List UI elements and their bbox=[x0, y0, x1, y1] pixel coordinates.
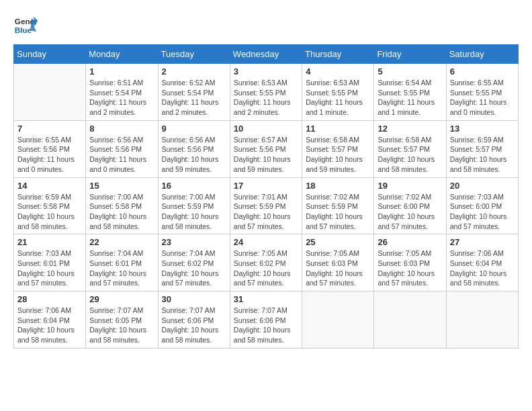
calendar-cell: 22Sunrise: 7:04 AM Sunset: 6:01 PM Dayli… bbox=[86, 234, 158, 291]
calendar-cell: 18Sunrise: 7:02 AM Sunset: 5:59 PM Dayli… bbox=[302, 177, 374, 234]
calendar-cell: 21Sunrise: 7:03 AM Sunset: 6:01 PM Dayli… bbox=[14, 234, 86, 291]
calendar-cell: 7Sunrise: 6:55 AM Sunset: 5:56 PM Daylig… bbox=[14, 120, 86, 177]
svg-text:Blue: Blue bbox=[15, 26, 32, 34]
calendar-cell: 11Sunrise: 6:58 AM Sunset: 5:57 PM Dayli… bbox=[302, 120, 374, 177]
calendar-cell: 15Sunrise: 7:00 AM Sunset: 5:58 PM Dayli… bbox=[86, 177, 158, 234]
calendar-week-3: 14Sunrise: 6:59 AM Sunset: 5:58 PM Dayli… bbox=[14, 177, 519, 234]
day-number: 20 bbox=[450, 181, 515, 191]
day-number: 23 bbox=[162, 237, 226, 247]
day-info: Sunrise: 7:07 AM Sunset: 6:06 PM Dayligh… bbox=[234, 306, 298, 345]
day-info: Sunrise: 6:53 AM Sunset: 5:55 PM Dayligh… bbox=[234, 78, 298, 118]
day-info: Sunrise: 6:58 AM Sunset: 5:57 PM Dayligh… bbox=[306, 135, 370, 175]
day-info: Sunrise: 7:04 AM Sunset: 6:01 PM Dayligh… bbox=[89, 248, 154, 288]
calendar-cell: 25Sunrise: 7:05 AM Sunset: 6:03 PM Dayli… bbox=[302, 234, 374, 291]
calendar-cell: 4Sunrise: 6:53 AM Sunset: 5:55 PM Daylig… bbox=[302, 64, 374, 121]
day-number: 2 bbox=[162, 66, 226, 77]
calendar-cell: 12Sunrise: 6:58 AM Sunset: 5:57 PM Dayli… bbox=[374, 120, 446, 177]
calendar-cell bbox=[446, 291, 518, 349]
weekday-header-wednesday: Wednesday bbox=[230, 45, 302, 64]
calendar-cell: 3Sunrise: 6:53 AM Sunset: 5:55 PM Daylig… bbox=[230, 64, 302, 121]
day-info: Sunrise: 7:07 AM Sunset: 6:06 PM Dayligh… bbox=[162, 306, 226, 345]
day-info: Sunrise: 6:51 AM Sunset: 5:54 PM Dayligh… bbox=[89, 78, 154, 118]
day-info: Sunrise: 7:05 AM Sunset: 6:03 PM Dayligh… bbox=[378, 248, 442, 288]
day-number: 30 bbox=[162, 294, 226, 304]
day-number: 5 bbox=[378, 66, 442, 77]
day-info: Sunrise: 7:06 AM Sunset: 6:04 PM Dayligh… bbox=[450, 248, 515, 288]
day-number: 24 bbox=[234, 237, 298, 247]
day-info: Sunrise: 7:01 AM Sunset: 5:59 PM Dayligh… bbox=[234, 192, 298, 232]
calendar-cell: 8Sunrise: 6:56 AM Sunset: 5:56 PM Daylig… bbox=[86, 120, 158, 177]
calendar-cell: 29Sunrise: 7:07 AM Sunset: 6:05 PM Dayli… bbox=[86, 291, 158, 349]
day-number: 10 bbox=[234, 124, 298, 134]
calendar-cell: 24Sunrise: 7:05 AM Sunset: 6:02 PM Dayli… bbox=[230, 234, 302, 291]
day-number: 18 bbox=[306, 181, 370, 191]
calendar-cell: 27Sunrise: 7:06 AM Sunset: 6:04 PM Dayli… bbox=[446, 234, 518, 291]
day-info: Sunrise: 6:55 AM Sunset: 5:56 PM Dayligh… bbox=[17, 135, 82, 175]
day-info: Sunrise: 7:05 AM Sunset: 6:03 PM Dayligh… bbox=[306, 248, 370, 288]
day-number: 15 bbox=[89, 181, 154, 191]
day-info: Sunrise: 6:55 AM Sunset: 5:55 PM Dayligh… bbox=[450, 78, 515, 118]
day-info: Sunrise: 7:04 AM Sunset: 6:02 PM Dayligh… bbox=[162, 248, 226, 288]
weekday-header-monday: Monday bbox=[86, 45, 158, 64]
weekday-header-saturday: Saturday bbox=[446, 45, 518, 64]
day-number: 22 bbox=[89, 237, 154, 247]
day-number: 31 bbox=[234, 294, 298, 304]
day-number: 14 bbox=[17, 181, 82, 191]
day-number: 11 bbox=[306, 124, 370, 134]
weekday-header-row: SundayMondayTuesdayWednesdayThursdayFrid… bbox=[14, 45, 519, 64]
logo: General Blue bbox=[13, 13, 38, 38]
calendar-cell: 23Sunrise: 7:04 AM Sunset: 6:02 PM Dayli… bbox=[158, 234, 230, 291]
day-info: Sunrise: 7:03 AM Sunset: 6:00 PM Dayligh… bbox=[450, 192, 515, 232]
calendar-cell: 9Sunrise: 6:56 AM Sunset: 5:56 PM Daylig… bbox=[158, 120, 230, 177]
calendar-cell: 6Sunrise: 6:55 AM Sunset: 5:55 PM Daylig… bbox=[446, 64, 518, 121]
calendar-cell: 1Sunrise: 6:51 AM Sunset: 5:54 PM Daylig… bbox=[86, 64, 158, 121]
calendar-cell: 2Sunrise: 6:52 AM Sunset: 5:54 PM Daylig… bbox=[158, 64, 230, 121]
day-number: 8 bbox=[89, 124, 154, 134]
logo-icon: General Blue bbox=[13, 13, 38, 38]
weekday-header-friday: Friday bbox=[374, 45, 446, 64]
calendar-cell: 28Sunrise: 7:06 AM Sunset: 6:04 PM Dayli… bbox=[14, 291, 86, 349]
day-info: Sunrise: 6:59 AM Sunset: 5:58 PM Dayligh… bbox=[17, 192, 82, 232]
day-number: 1 bbox=[89, 66, 154, 77]
day-number: 26 bbox=[378, 237, 442, 247]
calendar-cell: 31Sunrise: 7:07 AM Sunset: 6:06 PM Dayli… bbox=[230, 291, 302, 349]
day-info: Sunrise: 7:07 AM Sunset: 6:05 PM Dayligh… bbox=[89, 306, 154, 345]
day-number: 27 bbox=[450, 237, 515, 247]
day-info: Sunrise: 6:59 AM Sunset: 5:57 PM Dayligh… bbox=[450, 135, 515, 175]
day-info: Sunrise: 7:03 AM Sunset: 6:01 PM Dayligh… bbox=[17, 248, 82, 288]
day-number: 13 bbox=[450, 124, 515, 134]
calendar-cell: 13Sunrise: 6:59 AM Sunset: 5:57 PM Dayli… bbox=[446, 120, 518, 177]
calendar-cell: 30Sunrise: 7:07 AM Sunset: 6:06 PM Dayli… bbox=[158, 291, 230, 349]
calendar-cell bbox=[374, 291, 446, 349]
day-number: 7 bbox=[17, 124, 82, 134]
day-info: Sunrise: 6:53 AM Sunset: 5:55 PM Dayligh… bbox=[306, 78, 370, 118]
calendar-cell: 5Sunrise: 6:54 AM Sunset: 5:55 PM Daylig… bbox=[374, 64, 446, 121]
day-info: Sunrise: 6:56 AM Sunset: 5:56 PM Dayligh… bbox=[162, 135, 226, 175]
calendar-week-4: 21Sunrise: 7:03 AM Sunset: 6:01 PM Dayli… bbox=[14, 234, 519, 291]
day-number: 21 bbox=[17, 237, 82, 247]
day-number: 6 bbox=[450, 66, 515, 77]
day-info: Sunrise: 7:06 AM Sunset: 6:04 PM Dayligh… bbox=[17, 306, 82, 345]
calendar-cell: 17Sunrise: 7:01 AM Sunset: 5:59 PM Dayli… bbox=[230, 177, 302, 234]
calendar-table: SundayMondayTuesdayWednesdayThursdayFrid… bbox=[13, 44, 519, 349]
calendar-week-5: 28Sunrise: 7:06 AM Sunset: 6:04 PM Dayli… bbox=[14, 291, 519, 349]
calendar-week-1: 1Sunrise: 6:51 AM Sunset: 5:54 PM Daylig… bbox=[14, 64, 519, 121]
day-info: Sunrise: 7:02 AM Sunset: 5:59 PM Dayligh… bbox=[306, 192, 370, 232]
day-info: Sunrise: 6:58 AM Sunset: 5:57 PM Dayligh… bbox=[378, 135, 442, 175]
day-number: 16 bbox=[162, 181, 226, 191]
day-info: Sunrise: 7:00 AM Sunset: 5:58 PM Dayligh… bbox=[89, 192, 154, 232]
calendar-week-2: 7Sunrise: 6:55 AM Sunset: 5:56 PM Daylig… bbox=[14, 120, 519, 177]
day-number: 9 bbox=[162, 124, 226, 134]
weekday-header-thursday: Thursday bbox=[302, 45, 374, 64]
day-number: 12 bbox=[378, 124, 442, 134]
day-number: 25 bbox=[306, 237, 370, 247]
calendar-cell: 10Sunrise: 6:57 AM Sunset: 5:56 PM Dayli… bbox=[230, 120, 302, 177]
calendar-cell: 26Sunrise: 7:05 AM Sunset: 6:03 PM Dayli… bbox=[374, 234, 446, 291]
day-info: Sunrise: 7:02 AM Sunset: 6:00 PM Dayligh… bbox=[378, 192, 442, 232]
day-info: Sunrise: 6:52 AM Sunset: 5:54 PM Dayligh… bbox=[162, 78, 226, 118]
day-number: 29 bbox=[89, 294, 154, 304]
weekday-header-sunday: Sunday bbox=[14, 45, 86, 64]
day-number: 4 bbox=[306, 66, 370, 77]
weekday-header-tuesday: Tuesday bbox=[158, 45, 230, 64]
day-info: Sunrise: 7:05 AM Sunset: 6:02 PM Dayligh… bbox=[234, 248, 298, 288]
